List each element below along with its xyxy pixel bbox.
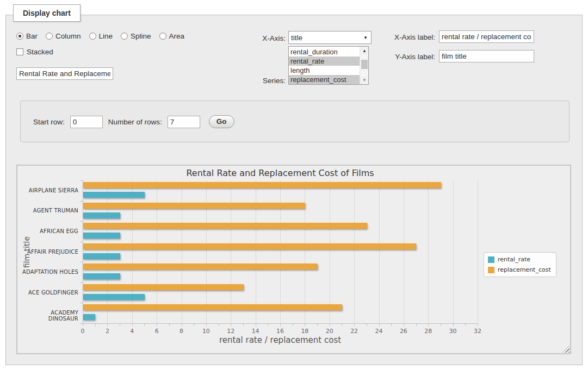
x-tick-mark — [256, 323, 256, 326]
x-axis-select[interactable]: title ▼ — [288, 31, 372, 44]
y-axis-label-label: Y-Axis label: — [374, 53, 435, 61]
resize-grip-icon[interactable] — [562, 346, 570, 353]
gridline-x-26 — [404, 180, 404, 323]
gridline-x-2 — [107, 180, 108, 323]
bar-replacement_cost-african-egg — [83, 223, 367, 229]
chart-type-option-bar[interactable]: Bar — [16, 32, 38, 40]
x-tick-mark — [144, 323, 145, 326]
bar-rental_rate-adaptation-holes — [83, 273, 120, 279]
row-range-panel: Start row: Number of rows: Go — [20, 101, 570, 142]
legend-entry-rental_rate[interactable]: rental_rate — [488, 256, 551, 263]
bar-rental_rate-agent-truman — [83, 212, 120, 218]
start-row-input[interactable] — [70, 116, 103, 128]
x-tick-label-28: 28 — [424, 328, 432, 335]
scroll-down-icon[interactable]: ▼ — [360, 76, 369, 84]
x-tick-mark — [219, 323, 219, 326]
x-tick-mark — [120, 323, 120, 326]
chart-type-option-column[interactable]: Column — [46, 32, 81, 40]
legend-label: rental_rate — [498, 256, 530, 263]
series-option-rental_rate[interactable]: rental_rate — [289, 57, 360, 66]
num-rows-input[interactable] — [168, 116, 200, 128]
x-axis-label-input[interactable] — [439, 30, 534, 43]
bar-rental_rate-airplane-sierra — [83, 192, 145, 198]
x-tick-label-24: 24 — [375, 328, 383, 335]
legend-entry-replacement_cost[interactable]: replacement_cost — [488, 266, 551, 273]
category-label: ACADEMY DINOSAUR — [21, 310, 78, 322]
x-tick-mark — [132, 323, 133, 326]
gridline-x-6 — [157, 180, 157, 323]
x-tick-mark — [206, 323, 207, 326]
x-axis-select-label: X-Axis: — [234, 34, 286, 42]
radio-icon[interactable] — [46, 33, 53, 40]
radio-icon[interactable] — [121, 33, 128, 40]
y-tick-mark — [80, 262, 83, 262]
scrollbar-thumb[interactable] — [361, 60, 368, 69]
stacked-checkbox[interactable] — [16, 48, 23, 55]
x-tick-label-18: 18 — [301, 328, 308, 335]
x-tick-mark — [194, 323, 194, 326]
stacked-label: Stacked — [27, 48, 53, 56]
bar-replacement_cost-ace-goldfinger — [83, 284, 244, 290]
series-list-scrollbar[interactable]: ▲ ▼ — [360, 47, 368, 84]
x-tick-mark — [404, 323, 404, 326]
chart-type-radio-group: BarColumnLineSplineArea — [16, 32, 184, 40]
x-tick-label-32: 32 — [474, 328, 481, 335]
category-label: AIRPLANE SIERRA — [21, 187, 78, 193]
series-option-length[interactable]: length — [289, 66, 360, 75]
x-tick-label-26: 26 — [400, 328, 407, 335]
scroll-up-icon[interactable]: ▲ — [360, 47, 369, 55]
bar-replacement_cost-adaptation-holes — [83, 264, 318, 269]
start-row-label: Start row: — [33, 118, 65, 126]
x-tick-mark — [169, 323, 170, 326]
x-tick-label-14: 14 — [252, 328, 259, 335]
chart-type-option-spline[interactable]: Spline — [121, 32, 151, 40]
series-multiselect[interactable]: rental_durationrental_ratelengthreplacem… — [288, 46, 369, 85]
chart-title-input[interactable] — [16, 67, 113, 80]
series-option-replacement_cost[interactable]: replacement_cost — [289, 75, 360, 84]
x-tick-mark — [367, 323, 367, 326]
x-tick-mark — [317, 323, 318, 326]
chart-type-option-line[interactable]: Line — [89, 32, 113, 40]
x-tick-mark — [453, 323, 454, 326]
x-tick-label-10: 10 — [202, 328, 210, 335]
radio-label: Bar — [26, 32, 38, 40]
x-tick-mark — [416, 323, 417, 326]
x-tick-mark — [231, 323, 231, 326]
x-tick-mark — [83, 323, 83, 326]
radio-label: Column — [55, 32, 81, 40]
x-tick-label-4: 4 — [130, 328, 134, 335]
x-tick-mark — [182, 323, 182, 326]
x-tick-mark — [293, 323, 293, 326]
radio-icon[interactable] — [159, 33, 166, 40]
y-tick-mark — [80, 221, 83, 222]
gridline-x-8 — [182, 180, 182, 323]
go-button[interactable]: Go — [209, 115, 234, 128]
gridline-x-30 — [453, 180, 454, 323]
x-tick-label-12: 12 — [227, 328, 234, 335]
category-label: AGENT TRUMAN — [21, 208, 78, 214]
bar-replacement_cost-airplane-sierra — [83, 182, 441, 188]
x-tick-mark — [280, 323, 281, 326]
x-axis-selected-value: title — [291, 34, 302, 42]
series-option-rental_duration[interactable]: rental_duration — [289, 47, 360, 57]
gridline-x-28 — [428, 180, 429, 323]
radio-icon[interactable] — [89, 33, 96, 40]
bar-replacement_cost-affair-prejudice — [83, 243, 416, 249]
x-tick-label-30: 30 — [449, 328, 457, 335]
gridline-x-24 — [379, 180, 380, 323]
bar-rental_rate-affair-prejudice — [83, 253, 120, 259]
legend-swatch-icon — [488, 256, 494, 263]
bar-rental_rate-ace-goldfinger — [83, 294, 145, 300]
chart-type-option-area[interactable]: Area — [159, 32, 185, 40]
gridline-x-20 — [330, 180, 330, 323]
radio-icon[interactable] — [16, 33, 23, 40]
x-tick-label-16: 16 — [276, 328, 284, 335]
x-tick-label-2: 2 — [106, 328, 109, 335]
gridline-x-16 — [280, 180, 281, 323]
x-tick-mark — [268, 323, 268, 326]
y-tick-mark — [80, 242, 83, 242]
y-tick-mark — [80, 323, 83, 324]
y-axis-label-input[interactable] — [439, 50, 534, 62]
y-tick-mark — [80, 201, 83, 202]
stacked-option: Stacked — [16, 48, 53, 56]
